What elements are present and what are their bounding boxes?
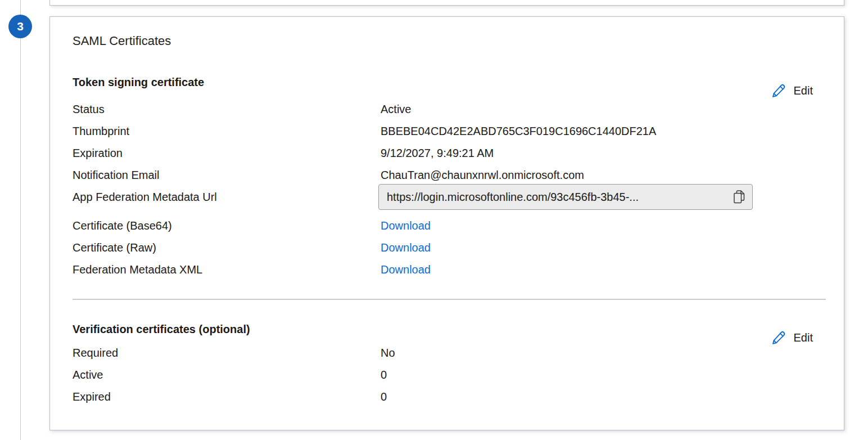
field-label: Certificate (Raw)	[73, 241, 381, 254]
expired-count-row: Expired 0	[73, 386, 813, 408]
edit-pencil-icon	[771, 83, 786, 98]
step-number: 3	[17, 20, 24, 33]
expiration-row: Expiration 9/12/2027, 9:49:21 AM	[73, 142, 813, 164]
token-signing-certificate-section: Token signing certificate Edit Status Ac…	[73, 75, 813, 281]
field-value: Active	[381, 103, 813, 116]
required-row: Required No	[73, 342, 813, 364]
app-federation-metadata-url-field[interactable]: https://login.microsoftonline.com/93c456…	[378, 184, 753, 210]
edit-button-label: Edit	[794, 83, 813, 98]
field-label: Notification Email	[73, 169, 381, 182]
field-label: Required	[73, 347, 381, 360]
field-label: Thumbprint	[73, 125, 381, 138]
edit-button-label: Edit	[794, 330, 813, 345]
section-divider	[73, 299, 826, 300]
field-label: Federation Metadata XML	[73, 263, 381, 276]
saml-sso-step3-page: 3 SAML Certificates Token signing certif…	[0, 0, 868, 440]
edit-pencil-icon	[771, 330, 786, 345]
edit-token-signing-certificate-button[interactable]: Edit	[771, 83, 813, 98]
certificate-base64-row: Certificate (Base64) Download	[73, 215, 813, 237]
field-label: Active	[73, 369, 381, 381]
saml-certificates-card: SAML Certificates Token signing certific…	[49, 16, 844, 430]
active-count-row: Active 0	[73, 364, 813, 386]
certificate-raw-row: Certificate (Raw) Download	[73, 237, 813, 259]
card-title: SAML Certificates	[73, 34, 813, 48]
download-federation-metadata-xml-link[interactable]: Download	[381, 263, 431, 276]
app-federation-metadata-url-row: App Federation Metadata Url https://logi…	[73, 183, 813, 210]
field-value: BBEBE04CD42E2ABD765C3F019C1696C1440DF21A	[381, 125, 813, 138]
step-3-badge: 3	[8, 15, 32, 38]
thumbprint-row: Thumbprint BBEBE04CD42E2ABD765C3F019C169…	[73, 120, 813, 142]
field-label: Expiration	[73, 147, 381, 160]
field-label: Expired	[73, 390, 381, 403]
edit-verification-certificates-button[interactable]: Edit	[771, 330, 813, 345]
federation-metadata-xml-row: Federation Metadata XML Download	[73, 259, 813, 281]
field-label: Certificate (Base64)	[73, 219, 381, 232]
certificate-download-rows: Certificate (Base64) Download Certificat…	[73, 215, 813, 281]
field-value: 0	[381, 390, 813, 403]
download-certificate-raw-link[interactable]: Download	[381, 241, 431, 254]
verification-certificates-heading: Verification certificates (optional)	[73, 322, 813, 336]
status-row: Status Active	[73, 98, 813, 120]
field-value: 9/12/2027, 9:49:21 AM	[381, 147, 813, 160]
previous-card-bottom-edge	[49, 0, 844, 6]
verification-certificates-section: Verification certificates (optional) Edi…	[73, 322, 813, 408]
app-federation-metadata-url-value: https://login.microsoftonline.com/93c456…	[387, 191, 728, 204]
field-value: 0	[381, 369, 813, 381]
step-connector-line	[20, 0, 21, 440]
copy-to-clipboard-icon[interactable]	[734, 190, 746, 204]
field-value: ChauTran@chaunxnrwl.onmicrosoft.com	[381, 169, 813, 182]
field-value: No	[381, 347, 813, 360]
field-label: App Federation Metadata Url	[73, 191, 381, 204]
field-label: Status	[73, 103, 381, 116]
download-certificate-base64-link[interactable]: Download	[381, 219, 431, 232]
token-signing-certificate-heading: Token signing certificate	[73, 75, 813, 89]
